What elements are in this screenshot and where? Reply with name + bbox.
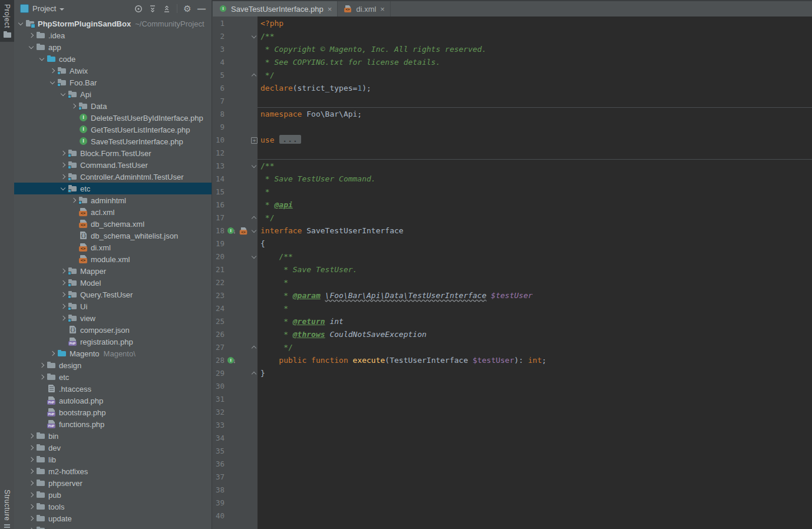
tree-row[interactable]: composer.json (14, 324, 212, 336)
tree-row[interactable]: Atwix (14, 65, 212, 77)
tree-chevron-icon[interactable] (27, 465, 36, 477)
tree-chevron-icon[interactable] (38, 53, 47, 65)
tree-row[interactable]: bin (14, 430, 212, 442)
tree-row[interactable]: Block.Form.TestUser (14, 147, 212, 159)
fold-marker-icon[interactable] (250, 160, 258, 173)
chevron-down-icon[interactable] (60, 8, 64, 11)
fold-marker-icon[interactable] (250, 134, 258, 147)
code-text[interactable]: * (260, 302, 812, 315)
tree-row[interactable]: Query.TestUser (14, 289, 212, 300)
tree-chevron-icon[interactable] (27, 524, 36, 529)
code-text[interactable]: { (260, 237, 812, 250)
tree-row[interactable]: etc (14, 371, 212, 383)
tree-row[interactable]: phpserver (14, 477, 212, 489)
tree-row[interactable]: lib (14, 454, 212, 465)
tree-row[interactable]: pub (14, 489, 212, 501)
tree-row[interactable]: acl.xml (14, 206, 212, 218)
tree-row[interactable]: view (14, 312, 212, 324)
tree-chevron-icon[interactable] (59, 159, 68, 171)
tree-chevron-icon[interactable] (70, 194, 78, 206)
code-text[interactable]: * (260, 186, 812, 199)
stripe-tab-project[interactable]: Project (0, 0, 14, 42)
tree-row[interactable]: Data (14, 100, 212, 112)
code-text[interactable]: */ (260, 341, 812, 354)
code-text[interactable]: use ... (260, 134, 812, 147)
tree-row[interactable]: .idea (14, 29, 212, 41)
expand-all-icon[interactable] (147, 4, 158, 14)
tree-chevron-icon[interactable] (59, 312, 68, 324)
code-text[interactable]: * (260, 276, 812, 289)
tree-row[interactable]: GetTestUserListInterface.php (14, 124, 212, 135)
code-text[interactable]: */ (260, 69, 812, 82)
tree-chevron-icon[interactable] (27, 29, 36, 41)
code-text[interactable]: /** (260, 250, 812, 263)
code-text[interactable]: /** (260, 160, 812, 173)
tree-row[interactable]: db_schema.xml (14, 218, 212, 230)
tree-row[interactable]: app (14, 41, 212, 53)
fold-marker-icon[interactable] (250, 224, 258, 237)
tree-chevron-icon[interactable] (27, 501, 36, 513)
tree-chevron-icon[interactable] (27, 513, 36, 524)
code-text[interactable]: * @param \Foo\Bar\Api\Data\TestUserInter… (260, 289, 812, 302)
tree-row[interactable]: db_schema_whitelist.json (14, 230, 212, 242)
settings-gear-icon[interactable]: ⚙ (182, 4, 193, 14)
code-text[interactable]: * See COPYING.txt for license details. (260, 56, 812, 69)
code-text[interactable]: */ (260, 211, 812, 224)
code-text[interactable]: namespace Foo\Bar\Api; (260, 108, 812, 121)
tree-row[interactable]: Controller.Adminhtml.TestUser (14, 171, 212, 183)
code-text[interactable]: declare(strict_types=1); (260, 82, 812, 95)
code-text[interactable]: * Save TestUser Command. (260, 173, 812, 186)
tree-chevron-icon[interactable] (38, 359, 47, 371)
tree-row[interactable]: Model (14, 277, 212, 289)
code-text[interactable]: <?php (260, 17, 812, 30)
editor-area[interactable]: 1<?php2/**3 * Copyright © Magento, Inc. … (212, 16, 812, 529)
tree-row[interactable]: di.xml (14, 242, 212, 253)
tree-row[interactable]: PhpStormPluginSandBox~/CommunityProject (14, 18, 212, 29)
project-view-selector[interactable]: Project (32, 4, 56, 13)
code-text[interactable]: public function execute(TestUserInterfac… (260, 354, 812, 367)
tree-chevron-icon[interactable] (59, 147, 68, 159)
stripe-tab-structure[interactable]: Structure (0, 485, 14, 529)
tree-chevron-icon[interactable] (27, 477, 36, 489)
tree-row[interactable]: bootstrap.php (14, 406, 212, 418)
tree-chevron-icon[interactable] (59, 88, 68, 100)
tree-chevron-icon[interactable] (16, 18, 25, 29)
fold-marker-icon[interactable] (250, 367, 258, 380)
hide-toolwindow-icon[interactable]: — (196, 4, 207, 14)
tree-row[interactable]: functions.php (14, 418, 212, 430)
tree-chevron-icon[interactable] (27, 442, 36, 454)
fold-marker-icon[interactable] (250, 30, 258, 43)
tree-chevron-icon[interactable] (48, 77, 57, 88)
tree-row[interactable]: adminhtml (14, 194, 212, 206)
tree-row[interactable]: DeleteTestUserByIdInterface.php (14, 112, 212, 124)
tree-chevron-icon[interactable] (59, 289, 68, 300)
fold-marker-icon[interactable] (250, 211, 258, 224)
tree-row[interactable]: MagentoMagento\ (14, 348, 212, 359)
code-text[interactable]: * Save TestUser. (260, 263, 812, 276)
tree-row[interactable]: module.xml (14, 253, 212, 265)
tree-row[interactable]: registration.php (14, 336, 212, 348)
tree-row[interactable]: var (14, 524, 212, 529)
tree-row[interactable]: update (14, 513, 212, 524)
code-text[interactable]: /** (260, 30, 812, 43)
select-opened-file-icon[interactable] (133, 4, 144, 14)
fold-marker-icon[interactable] (250, 341, 258, 354)
tree-row[interactable]: m2-hotfixes (14, 465, 212, 477)
tree-row[interactable]: Ui (14, 300, 212, 312)
code-text[interactable]: * @api (260, 199, 812, 211)
tree-chevron-icon[interactable] (59, 265, 68, 277)
tree-chevron-icon[interactable] (59, 171, 68, 183)
close-icon[interactable]: × (328, 5, 332, 13)
code-text[interactable]: * Copyright © Magento, Inc. All rights r… (260, 43, 812, 56)
editor-tab[interactable]: di.xml× (338, 1, 391, 16)
tree-row[interactable]: autoload.php (14, 395, 212, 406)
tree-row[interactable]: .htaccess (14, 383, 212, 395)
tree-chevron-icon[interactable] (48, 348, 57, 359)
tree-chevron-icon[interactable] (59, 277, 68, 289)
tree-chevron-icon[interactable] (38, 371, 47, 383)
fold-marker-icon[interactable] (250, 250, 258, 263)
tree-chevron-icon[interactable] (27, 454, 36, 465)
tree-row[interactable]: SaveTestUserInterface.php (14, 135, 212, 147)
code-text[interactable]: * @throws CouldNotSaveException (260, 328, 812, 341)
code-text[interactable]: * @return int (260, 315, 812, 328)
